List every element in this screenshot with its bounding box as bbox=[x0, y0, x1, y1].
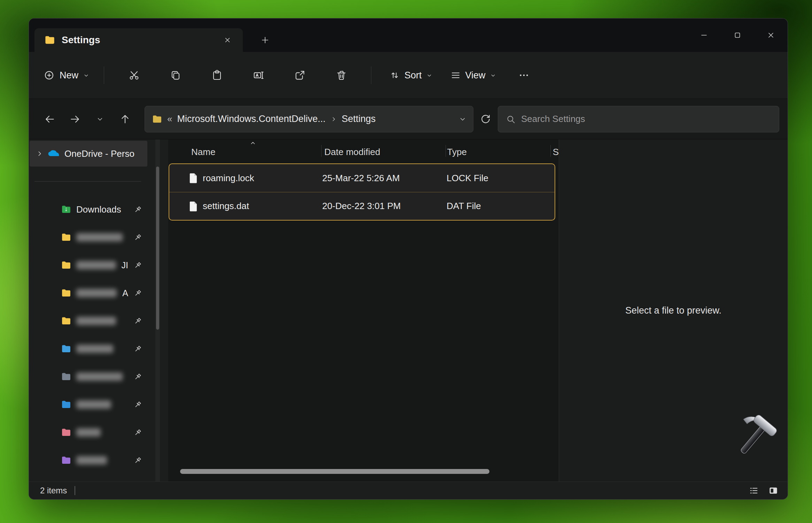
sidebar-item[interactable] bbox=[29, 363, 168, 391]
details-view-button[interactable] bbox=[746, 484, 762, 497]
address-expand-chevron-icon[interactable] bbox=[459, 116, 466, 123]
search-icon bbox=[506, 114, 516, 124]
column-header-name[interactable]: Name bbox=[168, 147, 319, 157]
pin-icon bbox=[133, 372, 142, 382]
column-header-type[interactable]: Type bbox=[442, 147, 546, 157]
file-row[interactable]: settings.dat 20-Dec-22 3:01 PM DAT File bbox=[169, 192, 555, 220]
search-box[interactable] bbox=[498, 106, 779, 132]
folder-icon bbox=[61, 427, 71, 438]
pin-icon bbox=[133, 316, 142, 326]
back-button[interactable] bbox=[37, 107, 62, 132]
maximize-button[interactable] bbox=[721, 18, 754, 52]
preview-placeholder-text: Select a file to preview. bbox=[625, 305, 721, 316]
redacted-label bbox=[76, 289, 117, 297]
titlebar[interactable]: Settings bbox=[29, 18, 788, 52]
breadcrumb-current[interactable]: Settings bbox=[342, 114, 376, 124]
search-input[interactable] bbox=[521, 114, 771, 124]
sidebar-item[interactable] bbox=[29, 418, 168, 446]
circle-plus-icon bbox=[44, 70, 55, 81]
sidebar-item-onedrive[interactable]: OneDrive - Perso bbox=[30, 141, 147, 167]
redacted-label bbox=[76, 372, 123, 381]
toolbar-divider bbox=[104, 67, 104, 84]
copy-button[interactable] bbox=[155, 70, 196, 81]
refresh-icon bbox=[480, 114, 491, 125]
column-divider[interactable] bbox=[321, 145, 322, 157]
redacted-label bbox=[76, 345, 113, 353]
sidebar-item[interactable]: JI bbox=[29, 251, 168, 279]
sidebar-item-label: Downloads bbox=[76, 204, 121, 215]
new-tab-button[interactable] bbox=[254, 28, 276, 52]
rename-icon bbox=[253, 70, 264, 81]
paste-button[interactable] bbox=[196, 70, 238, 81]
sidebar-item[interactable]: Downloads bbox=[29, 195, 168, 223]
sort-ascending-caret-icon bbox=[249, 139, 257, 147]
onedrive-cloud-icon bbox=[48, 149, 60, 158]
delete-button[interactable] bbox=[320, 70, 362, 81]
forward-button[interactable] bbox=[62, 107, 87, 132]
redacted-label bbox=[76, 400, 111, 409]
sidebar-divider bbox=[34, 181, 141, 182]
up-button[interactable] bbox=[113, 107, 138, 132]
view-toggle-group bbox=[746, 484, 781, 497]
share-button[interactable] bbox=[279, 70, 320, 81]
more-options-button[interactable] bbox=[510, 70, 538, 81]
file-type: DAT File bbox=[447, 201, 551, 211]
breadcrumb-root[interactable]: Microsoft.Windows.ContentDelive... bbox=[177, 114, 325, 124]
column-divider[interactable] bbox=[550, 145, 551, 157]
sidebar-item-label: OneDrive - Perso bbox=[64, 148, 134, 159]
tab-title: Settings bbox=[62, 34, 100, 46]
tab-close-button[interactable] bbox=[221, 33, 234, 47]
ellipsis-icon bbox=[518, 70, 529, 81]
sidebar-scrollbar-thumb[interactable] bbox=[156, 167, 159, 330]
trash-icon bbox=[336, 70, 347, 81]
sidebar-item[interactable] bbox=[29, 391, 168, 418]
content-area: OneDrive - Perso Downloads bbox=[29, 139, 788, 482]
file-row[interactable]: roaming.lock 25-Mar-22 5:26 AM LOCK File bbox=[169, 164, 555, 192]
file-date-modified: 25-Mar-22 5:26 AM bbox=[322, 173, 447, 184]
column-header-size-truncated[interactable]: S bbox=[546, 147, 559, 157]
arrow-up-icon bbox=[119, 114, 131, 125]
pin-icon bbox=[133, 400, 142, 409]
folder-icon bbox=[61, 316, 71, 326]
sidebar-item[interactable] bbox=[29, 446, 168, 474]
close-button[interactable] bbox=[754, 18, 788, 52]
recent-locations-button[interactable] bbox=[87, 107, 113, 132]
sidebar: OneDrive - Perso Downloads bbox=[29, 139, 168, 482]
new-button[interactable]: New bbox=[38, 70, 95, 81]
redacted-label bbox=[76, 233, 123, 241]
sort-icon bbox=[389, 70, 400, 80]
sidebar-item[interactable] bbox=[29, 307, 168, 335]
column-divider[interactable] bbox=[446, 145, 446, 157]
sidebar-item[interactable] bbox=[29, 223, 168, 251]
sort-button[interactable]: Sort bbox=[382, 70, 440, 81]
preview-pane: Select a file to preview. bbox=[559, 139, 788, 482]
pin-icon bbox=[133, 205, 142, 214]
navigation-bar: « Microsoft.Windows.ContentDelive... Set… bbox=[29, 99, 788, 139]
details-view-icon bbox=[749, 485, 759, 496]
sidebar-scrollbar[interactable] bbox=[155, 139, 160, 482]
pin-icon bbox=[133, 289, 142, 298]
file-icon bbox=[187, 200, 199, 212]
sidebar-item[interactable] bbox=[29, 335, 168, 363]
refresh-button[interactable] bbox=[473, 107, 498, 131]
chevron-down-icon bbox=[83, 72, 89, 78]
folder-icon bbox=[61, 204, 71, 215]
file-name: settings.dat bbox=[203, 201, 322, 211]
content-view-button[interactable] bbox=[765, 484, 781, 497]
rename-button[interactable] bbox=[238, 70, 279, 81]
minimize-button[interactable] bbox=[687, 18, 721, 52]
tab-settings[interactable]: Settings bbox=[34, 28, 243, 52]
folder-icon bbox=[44, 34, 55, 46]
content-view-icon bbox=[768, 485, 779, 496]
view-button[interactable]: View bbox=[443, 70, 504, 81]
address-bar[interactable]: « Microsoft.Windows.ContentDelive... Set… bbox=[145, 106, 473, 132]
horizontal-scrollbar[interactable] bbox=[180, 469, 489, 474]
chevron-right-icon[interactable] bbox=[36, 150, 44, 157]
folder-icon bbox=[61, 232, 71, 243]
sidebar-item[interactable]: A bbox=[29, 279, 168, 307]
sidebar-pinned-list: Downloads bbox=[29, 195, 168, 474]
cut-button[interactable] bbox=[113, 70, 155, 81]
breadcrumb-overflow[interactable]: « bbox=[167, 114, 172, 124]
redacted-label bbox=[76, 456, 107, 464]
column-header-date-modified[interactable]: Date modified bbox=[319, 147, 442, 157]
